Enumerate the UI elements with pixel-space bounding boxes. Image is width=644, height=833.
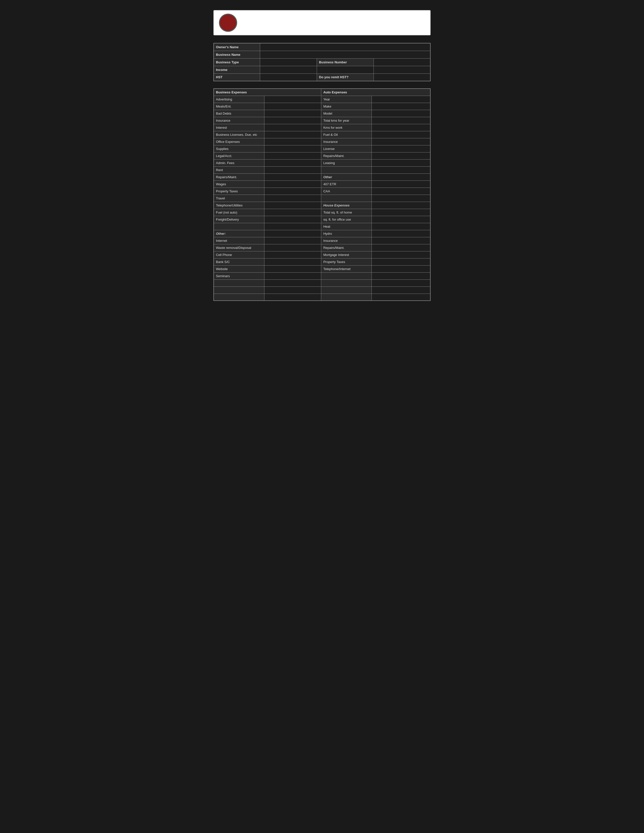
left-value[interactable]	[264, 216, 321, 223]
left-value[interactable]	[264, 202, 321, 209]
left-value[interactable]	[264, 152, 321, 159]
income-right-value[interactable]	[374, 66, 430, 74]
right-value[interactable]	[372, 286, 430, 294]
right-value[interactable]	[372, 272, 430, 280]
left-value[interactable]	[264, 265, 321, 272]
left-value[interactable]	[264, 251, 321, 258]
right-value[interactable]	[372, 110, 430, 117]
right-value[interactable]	[372, 131, 430, 138]
table-row: Travel	[214, 195, 430, 202]
left-label: Advertising	[214, 96, 264, 103]
business-type-label: Business Type	[214, 58, 260, 66]
right-value[interactable]	[372, 265, 430, 272]
left-label: Interest	[214, 124, 264, 131]
right-label	[321, 294, 372, 301]
table-row: Income	[214, 66, 430, 74]
business-number-value[interactable]	[374, 58, 430, 66]
right-value[interactable]	[372, 258, 430, 265]
right-label: Insurance	[321, 237, 372, 244]
business-name-value[interactable]	[260, 51, 430, 58]
left-value[interactable]	[264, 166, 321, 174]
right-label	[321, 195, 372, 202]
hst-remit-value[interactable]	[374, 74, 430, 81]
left-value[interactable]	[264, 258, 321, 265]
left-value[interactable]	[264, 244, 321, 251]
left-value[interactable]	[264, 209, 321, 216]
left-value[interactable]	[264, 230, 321, 237]
table-row: Owner's Name	[214, 43, 430, 51]
left-value[interactable]	[264, 180, 321, 188]
left-value[interactable]	[264, 138, 321, 145]
right-value[interactable]	[372, 280, 430, 286]
hst-value[interactable]	[260, 74, 317, 81]
left-label: Meals/Ent.	[214, 103, 264, 110]
right-value[interactable]	[372, 202, 430, 209]
right-value[interactable]	[372, 96, 430, 103]
right-value[interactable]	[372, 209, 430, 216]
left-label	[214, 280, 264, 286]
left-label: Cell Phone	[214, 251, 264, 258]
right-value[interactable]	[372, 145, 430, 152]
right-value[interactable]	[372, 244, 430, 251]
right-value[interactable]	[372, 251, 430, 258]
left-value[interactable]	[264, 237, 321, 244]
right-label: 407 ETR	[321, 180, 372, 188]
left-value[interactable]	[264, 174, 321, 180]
left-value[interactable]	[264, 145, 321, 152]
left-value[interactable]	[264, 131, 321, 138]
income-label: Income	[214, 66, 260, 74]
left-value[interactable]	[264, 294, 321, 301]
left-value[interactable]	[264, 286, 321, 294]
right-value[interactable]	[372, 152, 430, 159]
right-value[interactable]	[372, 216, 430, 223]
left-label: Repairs/Maint.	[214, 174, 264, 180]
right-value[interactable]	[372, 223, 430, 230]
right-value[interactable]	[372, 237, 430, 244]
right-value[interactable]	[372, 180, 430, 188]
right-value[interactable]	[372, 159, 430, 166]
table-row: Business Name	[214, 51, 430, 58]
right-value[interactable]	[372, 103, 430, 110]
right-value[interactable]	[372, 294, 430, 301]
left-value[interactable]	[264, 117, 321, 124]
left-value[interactable]	[264, 159, 321, 166]
right-label: Fuel & Oil	[321, 131, 372, 138]
left-value[interactable]	[264, 272, 321, 280]
owners-name-label: Owner's Name	[214, 43, 260, 51]
right-label	[321, 280, 372, 286]
right-value[interactable]	[372, 188, 430, 195]
income-right-label	[317, 66, 374, 74]
right-label: Property Taxes	[321, 258, 372, 265]
right-value[interactable]	[372, 230, 430, 237]
table-row: Insurance Total kms for year	[214, 117, 430, 124]
right-label: Model	[321, 110, 372, 117]
right-value[interactable]	[372, 174, 430, 180]
table-row	[214, 280, 430, 286]
left-label	[214, 294, 264, 301]
table-row: Business Type Business Number	[214, 58, 430, 66]
right-label	[321, 166, 372, 174]
table-row: Supplies License	[214, 145, 430, 152]
left-value[interactable]	[264, 124, 321, 131]
left-value[interactable]	[264, 96, 321, 103]
table-row: Freight/Delivery sq. ft. for office use	[214, 216, 430, 223]
right-label: Repairs/Maint.	[321, 244, 372, 251]
right-label: Leasing	[321, 159, 372, 166]
right-value[interactable]	[372, 195, 430, 202]
right-value[interactable]	[372, 166, 430, 174]
right-value[interactable]	[372, 138, 430, 145]
left-value[interactable]	[264, 110, 321, 117]
left-value[interactable]	[264, 103, 321, 110]
table-row: Legal/Acct. Repairs/Maint.	[214, 152, 430, 159]
right-value[interactable]	[372, 124, 430, 131]
left-value[interactable]	[264, 188, 321, 195]
left-value[interactable]	[264, 195, 321, 202]
left-label	[214, 286, 264, 294]
owners-name-value[interactable]	[260, 43, 430, 51]
left-value[interactable]	[264, 280, 321, 286]
table-row: Seminars	[214, 272, 430, 280]
business-type-value[interactable]	[260, 58, 317, 66]
income-value[interactable]	[260, 66, 317, 74]
left-value[interactable]	[264, 223, 321, 230]
right-value[interactable]	[372, 117, 430, 124]
